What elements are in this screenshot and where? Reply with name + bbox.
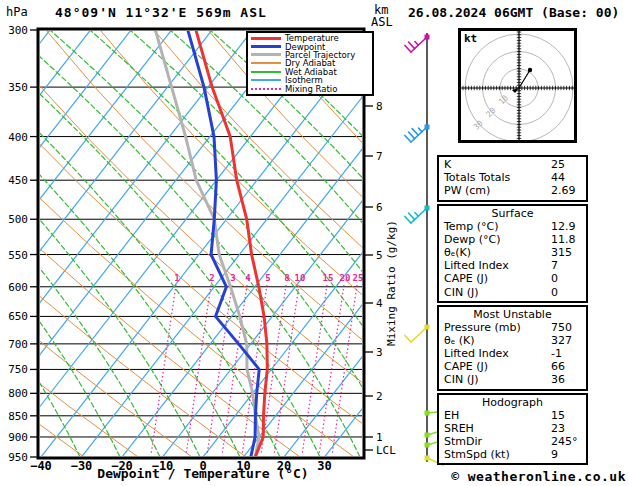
hodograph-ring-label: 10 — [497, 93, 510, 106]
pressure-tick-label: 950 — [8, 451, 28, 464]
stats-row-value: 36 — [551, 373, 565, 386]
legend-swatch — [251, 71, 281, 73]
mixing-ratio-label: 2 — [209, 273, 214, 283]
stats-row-value: 7 — [551, 259, 558, 272]
mixing-ratio-label: 25 — [353, 273, 364, 283]
stats-row-value: 245° — [551, 435, 578, 448]
km-tick-label: 8 — [376, 100, 383, 113]
stats-row: Lifted Index-1 — [439, 347, 586, 360]
legend-swatch — [251, 88, 281, 90]
stats-row: Dewp (°C)11.8 — [439, 233, 586, 246]
stats-row: Temp (°C)12.9 — [439, 220, 586, 233]
mixing-ratio-label: 4 — [245, 273, 251, 283]
pressure-tick-label: 350 — [8, 81, 28, 94]
mixing-ratio-label: 1 — [174, 273, 179, 283]
hodograph-ring-label: 20 — [484, 106, 497, 119]
hodograph-plot: 102030 — [461, 31, 574, 140]
legend-swatch — [251, 79, 281, 81]
stats-row-value: 9 — [551, 448, 558, 461]
legend-label: Temperature — [285, 34, 339, 42]
pressure-tick-label: 800 — [8, 387, 28, 400]
hodograph-vector-tip — [528, 68, 532, 72]
stats-row-value: 0 — [551, 286, 558, 299]
stats-row: K25 — [439, 158, 586, 171]
copyright-watermark: © weatheronline.co.uk — [451, 469, 626, 484]
legend-swatch — [251, 53, 281, 56]
stats-row-value: 2.69 — [551, 184, 576, 197]
pressure-tick-label: 700 — [8, 338, 28, 351]
stats-row-label: Pressure (mb) — [444, 321, 521, 334]
legend-item-mixing-ratio: Mixing Ratio — [251, 84, 372, 92]
legend-swatch — [251, 62, 281, 64]
stats-row-label: Lifted Index — [444, 259, 509, 272]
mixing-ratio-label: 10 — [295, 273, 306, 283]
stats-row-value: 750 — [551, 321, 572, 334]
stats-section: K25Totals Totals44PW (cm)2.69 — [437, 155, 588, 202]
mixing-ratio-line — [274, 285, 299, 455]
stats-row: Totals Totals44 — [439, 171, 586, 184]
mixing-ratio-label: 8 — [284, 273, 289, 283]
stats-row-value: 315 — [551, 246, 572, 259]
stats-row: EH15 — [439, 409, 586, 422]
stats-row-label: SREH — [444, 422, 474, 435]
stats-row: Pressure (mb)750 — [439, 321, 586, 334]
wind-barb — [405, 325, 430, 343]
stats-row: θₑ(K)315 — [439, 246, 586, 259]
pressure-tick-label: 550 — [8, 249, 28, 262]
km-tick-label: 2 — [376, 390, 383, 403]
pressure-tick-label: 450 — [8, 174, 28, 187]
stats-row-value: 23 — [551, 422, 565, 435]
km-tick-label: 6 — [376, 201, 383, 214]
mixing-ratio-label: 5 — [265, 273, 270, 283]
stats-row-value: 25 — [551, 158, 565, 171]
x-axis-title: Dewpoint / Temperature (°C) — [38, 466, 368, 481]
mixing-ratio-label: 15 — [323, 273, 334, 283]
km-tick-label: 5 — [376, 249, 383, 262]
stats-row: CAPE (J)0 — [439, 272, 586, 285]
stats-row-label: Dewp (°C) — [444, 233, 500, 246]
stats-row-label: StmSpd (kt) — [444, 448, 510, 461]
mixing-ratio-line — [319, 285, 344, 455]
legend-label: Isotherm — [285, 76, 323, 84]
stats-panel: K25Totals Totals44PW (cm)2.69SurfaceTemp… — [437, 155, 588, 467]
hodograph-vector — [519, 70, 530, 88]
stats-row: Lifted Index7 — [439, 259, 586, 272]
legend-swatch — [251, 45, 281, 48]
stats-section-surface: SurfaceTemp (°C)12.9Dewp (°C)11.8θₑ(K)31… — [437, 204, 588, 303]
stats-row-label: Totals Totals — [444, 171, 510, 184]
stats-row-value: -1 — [551, 347, 562, 360]
mixing-ratio-label: 20 — [340, 273, 351, 283]
stats-row-value: 0 — [551, 272, 558, 285]
mixing-ratio-axis-title: Mixing Ratio (g/kg) — [385, 220, 398, 346]
stats-row-label: CIN (J) — [444, 286, 478, 299]
stats-row-label: CAPE (J) — [444, 272, 488, 285]
stats-row-label: StmDir — [444, 435, 482, 448]
mixing-ratio-line — [207, 285, 232, 455]
stats-row: θₑ (K)327 — [439, 334, 586, 347]
stats-row: SREH23 — [439, 422, 586, 435]
stats-row: StmSpd (kt)9 — [439, 448, 586, 461]
stats-row-value: 15 — [551, 409, 565, 422]
stats-row: StmDir245° — [439, 435, 586, 448]
stats-row: CIN (J)36 — [439, 373, 586, 386]
km-tick-label: 7 — [376, 150, 383, 163]
stats-section-title: Most Unstable — [439, 308, 586, 321]
pressure-tick-label: 600 — [8, 281, 28, 294]
hodograph-unit-label: kt — [464, 32, 477, 45]
stats-row-label: CAPE (J) — [444, 360, 488, 373]
pressure-tick-label: 500 — [8, 213, 28, 226]
stats-row-label: PW (cm) — [444, 184, 490, 197]
mixing-ratio-label: 3 — [230, 273, 235, 283]
stats-section-title: Hodograph — [439, 396, 586, 409]
stats-row-value: 66 — [551, 360, 565, 373]
wind-barb — [405, 35, 430, 53]
pressure-tick-label: 850 — [8, 410, 28, 423]
wind-barb — [405, 125, 430, 143]
stats-row: CIN (J)0 — [439, 286, 586, 299]
pressure-tick-label: 300 — [8, 24, 28, 37]
km-tick-label: 3 — [376, 346, 383, 359]
lcl-label: LCL — [376, 444, 396, 457]
stats-row-label: Lifted Index — [444, 347, 509, 360]
mixing-ratio-line — [222, 285, 247, 455]
pressure-tick-label: 400 — [8, 131, 28, 144]
